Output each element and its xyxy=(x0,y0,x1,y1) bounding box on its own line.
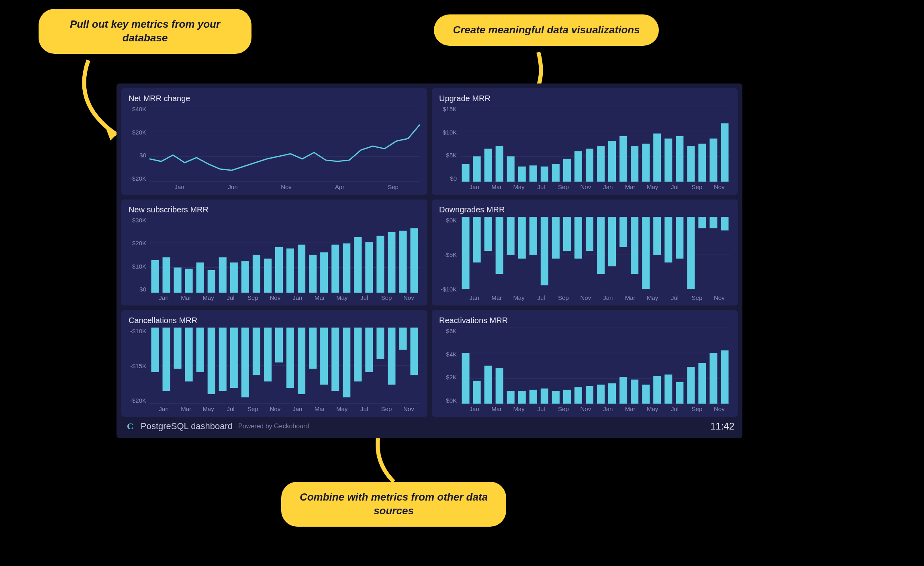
svg-rect-51 xyxy=(286,248,294,293)
y-tick: -$15K xyxy=(129,362,146,369)
x-tick: Mar xyxy=(619,183,641,191)
svg-rect-31 xyxy=(687,146,695,182)
x-tick: May xyxy=(331,294,353,302)
x-tick: Mar xyxy=(175,294,197,302)
svg-rect-129 xyxy=(552,391,560,404)
svg-rect-48 xyxy=(253,254,260,293)
svg-rect-103 xyxy=(264,328,272,381)
x-axis: JanMarMayJulSepNovJanMarMayJulSepNov xyxy=(129,405,420,413)
svg-rect-144 xyxy=(721,350,728,404)
callout-key-metrics: Pull out key metrics from your database xyxy=(39,9,251,54)
svg-rect-19 xyxy=(552,164,560,181)
chart-card-reactivations_mrr[interactable]: Reactivations MRR$6K$4K$2K$0KJanMarMayJu… xyxy=(432,310,738,417)
callout-combine: Combine with metrics from other data sou… xyxy=(281,482,506,527)
svg-rect-62 xyxy=(410,228,418,293)
svg-rect-67 xyxy=(473,217,481,263)
x-tick: Mar xyxy=(619,294,641,302)
svg-rect-41 xyxy=(174,267,182,293)
x-tick: May xyxy=(508,183,530,191)
dashboard-panel: Net MRR change$40K$20K$0-$20KJanJunNovAp… xyxy=(117,83,742,438)
svg-rect-105 xyxy=(286,328,294,388)
svg-rect-112 xyxy=(365,328,373,372)
x-axis: JanMarMayJulSepNovJanMarMayJulSepNov xyxy=(129,294,420,302)
x-tick: Mar xyxy=(175,405,197,413)
svg-rect-11 xyxy=(462,164,469,181)
svg-rect-133 xyxy=(597,385,605,404)
svg-rect-99 xyxy=(219,328,227,391)
svg-rect-126 xyxy=(518,391,526,404)
chart-card-net_mrr_change[interactable]: Net MRR change$40K$20K$0-$20KJanJunNovAp… xyxy=(121,88,427,195)
y-tick: -$5K xyxy=(439,251,457,258)
x-tick: Sep xyxy=(686,405,708,413)
x-tick: May xyxy=(331,405,353,413)
x-tick: Mar xyxy=(309,294,331,302)
x-tick: Sep xyxy=(242,405,264,413)
svg-rect-76 xyxy=(574,217,582,259)
y-tick: $10K xyxy=(439,129,457,136)
chart-title: Net MRR change xyxy=(129,94,420,103)
svg-rect-82 xyxy=(642,217,650,289)
svg-rect-58 xyxy=(365,242,373,293)
y-tick: $6K xyxy=(439,328,457,334)
x-tick: Jan xyxy=(153,294,175,302)
svg-rect-101 xyxy=(241,328,249,397)
x-tick: Jan xyxy=(597,405,619,413)
x-tick: Mar xyxy=(485,294,507,302)
svg-rect-13 xyxy=(484,149,492,181)
x-tick: Jul xyxy=(530,183,552,191)
chart-grid: Net MRR change$40K$20K$0-$20KJanJunNovAp… xyxy=(121,88,738,417)
plot-area xyxy=(149,217,420,293)
x-tick: Nov xyxy=(574,294,597,302)
chart-card-upgrade_mrr[interactable]: Upgrade MRR$15K$10K$5K$0JanMarMayJulSepN… xyxy=(432,88,738,195)
svg-rect-69 xyxy=(496,217,503,274)
svg-rect-98 xyxy=(208,328,215,394)
svg-rect-109 xyxy=(331,328,339,391)
svg-rect-131 xyxy=(574,387,582,404)
x-tick: Jul xyxy=(664,183,686,191)
x-tick: Jul xyxy=(530,405,552,413)
chart-card-cancellations_mrr[interactable]: Cancellations MRR-$10K-$15K-$20KJanMarMa… xyxy=(121,310,427,417)
svg-rect-18 xyxy=(541,167,548,182)
svg-rect-86 xyxy=(687,217,695,289)
x-tick: Jan xyxy=(597,183,619,191)
x-tick: Nov xyxy=(260,183,313,191)
svg-rect-137 xyxy=(642,385,650,404)
chart-title: Downgrades MRR xyxy=(439,205,730,214)
svg-rect-139 xyxy=(664,375,672,404)
x-tick: Jul xyxy=(664,405,686,413)
y-tick: $20K xyxy=(129,240,146,246)
y-tick: $0 xyxy=(129,286,146,293)
svg-rect-44 xyxy=(208,270,215,293)
x-tick: May xyxy=(508,294,530,302)
plot-area xyxy=(149,328,420,404)
x-tick: Sep xyxy=(686,183,708,191)
plot-area xyxy=(460,106,730,182)
x-tick: Jul xyxy=(664,294,686,302)
chart-title: Cancellations MRR xyxy=(129,316,420,325)
svg-rect-16 xyxy=(518,167,526,182)
chart-card-new_subscribers_mrr[interactable]: New subscribers MRR$30K$20K$10K$0JanMarM… xyxy=(121,200,427,306)
svg-rect-116 xyxy=(410,328,418,375)
svg-rect-123 xyxy=(484,366,492,404)
svg-rect-122 xyxy=(473,381,481,404)
chart-card-downgrades_mrr[interactable]: Downgrades MRR$0K-$5K-$10KJanMarMayJulSe… xyxy=(432,200,738,306)
svg-rect-94 xyxy=(163,328,170,391)
chart-area: -$10K-$15K-$20K xyxy=(129,328,420,404)
x-tick: Sep xyxy=(366,183,420,191)
x-tick: Sep xyxy=(552,183,574,191)
y-axis: $0K-$5K-$10K xyxy=(439,217,460,293)
svg-rect-20 xyxy=(563,159,571,182)
x-tick: Nov xyxy=(398,294,420,302)
clock: 11:42 xyxy=(710,421,734,432)
y-tick: $5K xyxy=(439,152,457,159)
svg-rect-88 xyxy=(709,217,717,228)
svg-rect-72 xyxy=(529,217,537,255)
chart-title: Upgrade MRR xyxy=(439,94,730,103)
x-tick: Jul xyxy=(219,405,241,413)
y-tick: -$20K xyxy=(129,175,146,182)
svg-rect-114 xyxy=(388,328,395,385)
svg-rect-143 xyxy=(709,353,717,404)
svg-rect-34 xyxy=(721,123,728,181)
x-tick: Sep xyxy=(686,294,708,302)
svg-rect-83 xyxy=(653,217,661,255)
